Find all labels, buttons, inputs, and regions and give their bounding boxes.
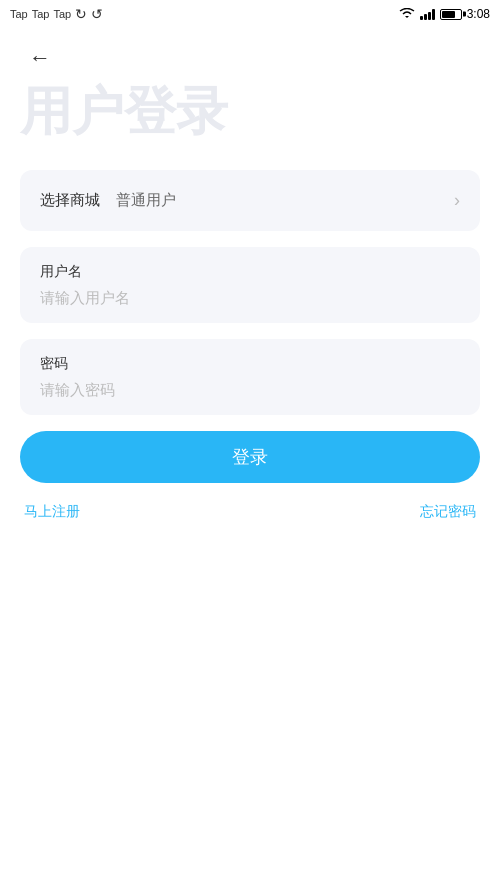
main-content: ← 用户登录 选择商城 普通用户 › 用户名 密码 登录 马上注册 忘记密码	[0, 38, 500, 521]
tap-label-2: Tap	[32, 8, 50, 20]
sync-icon: ↺	[91, 6, 103, 22]
page-title: 用户登录	[20, 83, 480, 140]
status-bar-left: Tap Tap Tap ↻ ↺	[10, 6, 103, 22]
back-button[interactable]: ←	[20, 38, 60, 78]
select-mall-left: 选择商城 普通用户	[40, 191, 176, 210]
password-label: 密码	[40, 355, 460, 373]
status-bar: Tap Tap Tap ↻ ↺ 3:08	[0, 0, 500, 28]
tap-label-3: Tap	[54, 8, 72, 20]
wifi-icon	[399, 8, 415, 20]
tap-label-1: Tap	[10, 8, 28, 20]
password-group: 密码	[20, 339, 480, 415]
signal-icon	[420, 8, 435, 20]
forgot-password-link[interactable]: 忘记密码	[420, 503, 476, 521]
status-time: 3:08	[467, 7, 490, 21]
status-bar-right: 3:08	[399, 7, 490, 21]
select-mall-row[interactable]: 选择商城 普通用户 ›	[40, 190, 460, 211]
username-group: 用户名	[20, 247, 480, 323]
refresh-icon: ↻	[75, 6, 87, 22]
bottom-links: 马上注册 忘记密码	[20, 503, 480, 521]
chevron-right-icon: ›	[454, 190, 460, 211]
select-mall-card: 选择商城 普通用户 ›	[20, 170, 480, 231]
svg-marker-0	[405, 16, 409, 18]
select-mall-label: 选择商城	[40, 191, 100, 210]
select-mall-value: 普通用户	[116, 191, 176, 210]
password-input[interactable]	[40, 381, 460, 398]
login-button[interactable]: 登录	[20, 431, 480, 483]
username-label: 用户名	[40, 263, 460, 281]
battery-icon	[440, 9, 462, 20]
username-input[interactable]	[40, 289, 460, 306]
register-link[interactable]: 马上注册	[24, 503, 80, 521]
back-arrow-icon: ←	[29, 45, 51, 71]
